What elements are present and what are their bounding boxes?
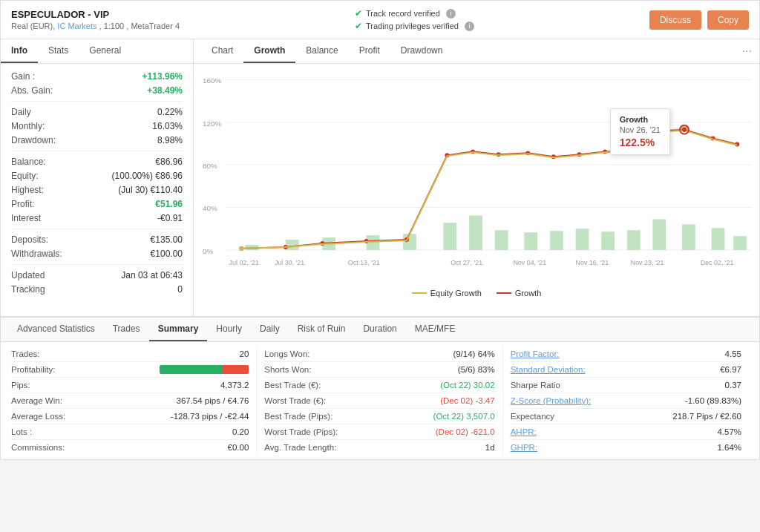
tab-chart[interactable]: Chart bbox=[201, 39, 243, 63]
header-left: ESPECULADOR - VIP Real (EUR), IC Markets… bbox=[11, 9, 180, 30]
withdrawals-row: Withdrawals: €100.00 bbox=[11, 249, 183, 259]
growth-line-icon bbox=[497, 292, 511, 294]
equity-growth-legend: Equity Growth bbox=[412, 289, 482, 298]
longs-won-stat-row: Longs Won: (9/14) 64% bbox=[264, 347, 494, 362]
profit-value: €51.96 bbox=[155, 199, 183, 209]
tab-risk-of-ruin[interactable]: Risk of Ruin bbox=[289, 318, 355, 341]
best-trade-eur-stat-value: (Oct 22) 30.02 bbox=[440, 381, 495, 390]
monthly-label: Monthly: bbox=[11, 121, 45, 131]
longs-won-stat-label: Longs Won: bbox=[264, 349, 309, 358]
info-content: Gain : +113.96% Abs. Gain: +38.49% Daily… bbox=[1, 64, 193, 306]
svg-text:Nov 23, '21: Nov 23, '21 bbox=[631, 259, 664, 266]
expectancy-stat-label: Expectancy bbox=[511, 412, 554, 421]
updated-label: Updated bbox=[11, 270, 45, 280]
profit-factor-stat-label[interactable]: Profit Factor: bbox=[511, 349, 560, 358]
track-record-info-icon[interactable]: i bbox=[446, 9, 456, 19]
commissions-stat-row: Commissions: €0.00 bbox=[11, 440, 249, 455]
tab-stats[interactable]: Stats bbox=[38, 39, 79, 63]
svg-rect-26 bbox=[733, 236, 747, 250]
tab-trades[interactable]: Trades bbox=[104, 318, 149, 341]
tab-mae-mfe[interactable]: MAE/MFE bbox=[406, 318, 465, 341]
left-panel-tabs: Info Stats General bbox=[1, 39, 193, 64]
profit-factor-stat-row: Profit Factor: 4.55 bbox=[511, 347, 741, 362]
monthly-row: Monthly: 16.03% bbox=[11, 121, 183, 131]
svg-rect-18 bbox=[524, 232, 537, 250]
avg-win-stat-row: Average Win: 367.54 pips / €4.76 bbox=[11, 393, 249, 409]
avg-loss-stat-value: -128.73 pips / -€2.44 bbox=[171, 412, 249, 421]
tab-balance[interactable]: Balance bbox=[295, 39, 348, 63]
svg-rect-16 bbox=[469, 215, 482, 249]
worst-trade-pips-stat-label: Worst Trade (Pips): bbox=[264, 427, 338, 436]
tooltip-title: Growth bbox=[620, 115, 661, 124]
trading-privileges-badge: ✔ Trading privileges verified i bbox=[355, 21, 474, 31]
tracking-label: Tracking bbox=[11, 284, 45, 295]
svg-rect-17 bbox=[495, 230, 508, 250]
copy-button[interactable]: Copy bbox=[707, 10, 749, 30]
avg-win-stat-label: Average Win: bbox=[11, 396, 62, 405]
tab-growth[interactable]: Growth bbox=[243, 39, 295, 63]
svg-rect-20 bbox=[576, 229, 589, 250]
gain-value: +113.96% bbox=[142, 71, 183, 82]
svg-rect-11 bbox=[286, 240, 299, 250]
sharpe-stat-row: Sharpe Ratio 0.37 bbox=[511, 378, 741, 393]
check-icon2: ✔ bbox=[355, 21, 362, 31]
deposits-row: Deposits: €135.00 bbox=[11, 234, 183, 245]
tab-info[interactable]: Info bbox=[1, 39, 38, 63]
svg-text:0%: 0% bbox=[203, 247, 213, 255]
tooltip-date: Nov 26, '21 bbox=[620, 125, 661, 134]
chart-tabs: Chart Growth Balance Profit Drawdown ··· bbox=[194, 39, 759, 64]
gain-row: Gain : +113.96% bbox=[11, 71, 183, 82]
interest-value: -€0.91 bbox=[157, 213, 183, 223]
tab-hourly[interactable]: Hourly bbox=[207, 318, 251, 341]
std-dev-stat-label[interactable]: Standard Deviation: bbox=[511, 365, 586, 374]
tab-summary[interactable]: Summary bbox=[149, 318, 208, 341]
stats-tabs: Advanced Statistics Trades Summary Hourl… bbox=[1, 318, 759, 342]
ic-markets-link[interactable]: IC Markets bbox=[57, 22, 96, 30]
tab-profit[interactable]: Profit bbox=[349, 39, 390, 63]
chart-more-icon[interactable]: ··· bbox=[742, 45, 752, 58]
tab-general[interactable]: General bbox=[79, 39, 131, 63]
zscore-stat-row: Z-Score (Probability): -1.60 (89.83%) bbox=[511, 393, 741, 409]
chart-panel: Chart Growth Balance Profit Drawdown ···… bbox=[194, 39, 759, 316]
equity-growth-line-icon bbox=[412, 292, 427, 294]
tab-drawdown[interactable]: Drawdown bbox=[390, 39, 453, 63]
discuss-button[interactable]: Discuss bbox=[649, 10, 701, 30]
profit-green-bar bbox=[160, 365, 222, 374]
tab-daily[interactable]: Daily bbox=[251, 318, 289, 341]
worst-trade-pips-stat-value: (Dec 02) -621.0 bbox=[436, 427, 495, 436]
avg-loss-stat-label: Average Loss: bbox=[11, 412, 65, 421]
profitability-stat-label: Profitability: bbox=[11, 365, 55, 374]
expectancy-stat-value: 218.7 Pips / €2.60 bbox=[672, 412, 741, 421]
svg-rect-13 bbox=[367, 235, 380, 250]
tab-advanced-statistics[interactable]: Advanced Statistics bbox=[8, 318, 104, 341]
lots-stat-label: Lots : bbox=[11, 427, 32, 436]
ghpr-stat-label[interactable]: GHPR: bbox=[511, 443, 537, 452]
zscore-stat-value: -1.60 (89.83%) bbox=[685, 396, 741, 405]
account-title: ESPECULADOR - VIP bbox=[11, 9, 180, 20]
chart-legend: Equity Growth Growth bbox=[201, 289, 752, 298]
left-panel: Info Stats General Gain : +113.96% Abs. … bbox=[1, 39, 194, 316]
abs-gain-row: Abs. Gain: +38.49% bbox=[11, 85, 183, 96]
svg-rect-25 bbox=[712, 228, 725, 250]
ghpr-stat-row: GHPR: 1.64% bbox=[511, 440, 741, 455]
equity-value: (100.00%) €86.96 bbox=[112, 171, 183, 181]
svg-point-44 bbox=[239, 246, 243, 251]
highest-row: Highest: (Jul 30) €110.40 bbox=[11, 185, 183, 195]
svg-rect-24 bbox=[682, 224, 695, 250]
verification-badges: ✔ Track record verified i ✔ Trading priv… bbox=[355, 8, 474, 31]
main-body: Info Stats General Gain : +113.96% Abs. … bbox=[1, 39, 759, 317]
lots-stat-row: Lots : 0.20 bbox=[11, 424, 249, 440]
svg-text:40%: 40% bbox=[203, 205, 217, 213]
zscore-stat-label[interactable]: Z-Score (Probability): bbox=[511, 396, 592, 405]
trading-privileges-info-icon[interactable]: i bbox=[465, 22, 474, 31]
svg-text:Dec 02, '21: Dec 02, '21 bbox=[701, 259, 734, 266]
best-trade-pips-stat-label: Best Trade (Pips): bbox=[264, 412, 332, 421]
drawdown-value: 8.98% bbox=[157, 135, 183, 145]
tab-duration[interactable]: Duration bbox=[354, 318, 405, 341]
shorts-won-stat-label: Shorts Won: bbox=[264, 365, 311, 374]
header-actions: Discuss Copy bbox=[649, 10, 749, 30]
ahpr-stat-row: AHPR: 4.57% bbox=[511, 424, 741, 440]
svg-point-47 bbox=[682, 128, 687, 132]
ahpr-stat-label[interactable]: AHPR: bbox=[511, 427, 537, 436]
updated-row: Updated Jan 03 at 06:43 bbox=[11, 270, 183, 280]
